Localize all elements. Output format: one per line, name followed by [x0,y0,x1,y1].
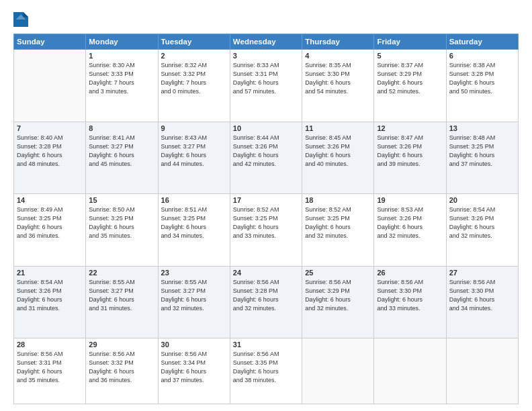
day-info: Sunrise: 8:50 AM Sunset: 3:25 PM Dayligh… [89,205,154,240]
day-info: Sunrise: 8:47 AM Sunset: 3:26 PM Dayligh… [377,134,443,169]
day-number: 13 [449,124,515,132]
day-info: Sunrise: 8:56 AM Sunset: 3:32 PM Dayligh… [89,350,154,385]
calendar-cell: 20Sunrise: 8:54 AM Sunset: 3:26 PM Dayli… [446,194,518,267]
day-info: Sunrise: 8:37 AM Sunset: 3:29 PM Dayligh… [377,61,443,96]
day-info: Sunrise: 8:32 AM Sunset: 3:32 PM Dayligh… [161,61,227,96]
day-number: 30 [161,340,227,349]
day-number: 10 [233,124,299,132]
day-info: Sunrise: 8:56 AM Sunset: 3:28 PM Dayligh… [233,278,299,313]
day-number: 17 [233,196,299,204]
day-number: 14 [17,196,83,204]
day-info: Sunrise: 8:44 AM Sunset: 3:26 PM Dayligh… [233,134,299,169]
calendar-cell: 18Sunrise: 8:52 AM Sunset: 3:25 PM Dayli… [302,194,374,267]
day-info: Sunrise: 8:35 AM Sunset: 3:30 PM Dayligh… [305,61,371,96]
logo [13,12,31,27]
day-info: Sunrise: 8:45 AM Sunset: 3:26 PM Dayligh… [305,134,371,169]
calendar-cell: 7Sunrise: 8:40 AM Sunset: 3:28 PM Daylig… [14,122,86,194]
day-info: Sunrise: 8:40 AM Sunset: 3:28 PM Dayligh… [17,134,83,169]
calendar-cell: 6Sunrise: 8:38 AM Sunset: 3:28 PM Daylig… [446,50,518,122]
calendar-week-row: 21Sunrise: 8:54 AM Sunset: 3:26 PM Dayli… [14,266,519,338]
calendar-cell: 3Sunrise: 8:33 AM Sunset: 3:31 PM Daylig… [230,50,302,122]
weekday-header-sunday: Sunday [14,34,86,50]
calendar-cell: 16Sunrise: 8:51 AM Sunset: 3:25 PM Dayli… [158,194,230,267]
page: SundayMondayTuesdayWednesdayThursdayFrid… [0,0,532,411]
day-info: Sunrise: 8:54 AM Sunset: 3:26 PM Dayligh… [449,205,515,240]
calendar-cell: 25Sunrise: 8:56 AM Sunset: 3:29 PM Dayli… [302,266,374,338]
day-number: 23 [161,269,227,277]
calendar-cell: 2Sunrise: 8:32 AM Sunset: 3:32 PM Daylig… [158,50,230,122]
calendar-cell: 23Sunrise: 8:55 AM Sunset: 3:27 PM Dayli… [158,266,230,338]
calendar-cell: 11Sunrise: 8:45 AM Sunset: 3:26 PM Dayli… [302,122,374,194]
calendar-cell: 4Sunrise: 8:35 AM Sunset: 3:30 PM Daylig… [302,50,374,122]
calendar-cell: 15Sunrise: 8:50 AM Sunset: 3:25 PM Dayli… [86,194,158,267]
day-number: 5 [377,52,443,60]
day-number: 2 [161,52,227,60]
day-number: 24 [233,269,299,277]
calendar-header: SundayMondayTuesdayWednesdayThursdayFrid… [14,34,519,50]
calendar-cell: 9Sunrise: 8:43 AM Sunset: 3:27 PM Daylig… [158,122,230,194]
day-info: Sunrise: 8:33 AM Sunset: 3:31 PM Dayligh… [233,61,299,96]
calendar-cell: 17Sunrise: 8:52 AM Sunset: 3:25 PM Dayli… [230,194,302,267]
weekday-header-monday: Monday [86,34,158,50]
calendar-cell: 29Sunrise: 8:56 AM Sunset: 3:32 PM Dayli… [86,338,158,404]
day-info: Sunrise: 8:55 AM Sunset: 3:27 PM Dayligh… [161,278,227,313]
day-number: 6 [449,52,515,60]
day-info: Sunrise: 8:48 AM Sunset: 3:25 PM Dayligh… [449,134,515,169]
day-info: Sunrise: 8:52 AM Sunset: 3:25 PM Dayligh… [305,205,371,240]
calendar-week-row: 28Sunrise: 8:56 AM Sunset: 3:31 PM Dayli… [14,338,519,404]
day-info: Sunrise: 8:56 AM Sunset: 3:30 PM Dayligh… [449,278,515,313]
calendar-cell [374,338,446,404]
day-number: 29 [89,340,154,349]
calendar-cell [14,50,86,122]
calendar-cell: 21Sunrise: 8:54 AM Sunset: 3:26 PM Dayli… [14,266,86,338]
day-number: 9 [161,124,227,132]
day-number: 7 [17,124,83,132]
day-number: 21 [17,269,83,277]
calendar-cell: 14Sunrise: 8:49 AM Sunset: 3:25 PM Dayli… [14,194,86,267]
day-number: 18 [305,196,371,204]
weekday-header-thursday: Thursday [302,34,374,50]
logo-icon [13,12,28,27]
day-info: Sunrise: 8:54 AM Sunset: 3:26 PM Dayligh… [17,278,83,313]
day-info: Sunrise: 8:55 AM Sunset: 3:27 PM Dayligh… [89,278,154,313]
day-number: 4 [305,52,371,60]
calendar-week-row: 1Sunrise: 8:30 AM Sunset: 3:33 PM Daylig… [14,50,519,122]
day-number: 28 [17,340,83,349]
day-info: Sunrise: 8:38 AM Sunset: 3:28 PM Dayligh… [449,61,515,96]
day-number: 16 [161,196,227,204]
header [13,12,519,27]
day-info: Sunrise: 8:53 AM Sunset: 3:26 PM Dayligh… [377,205,443,240]
day-info: Sunrise: 8:56 AM Sunset: 3:30 PM Dayligh… [377,278,443,313]
calendar-cell [302,338,374,404]
day-number: 19 [377,196,443,204]
weekday-header-saturday: Saturday [446,34,518,50]
calendar-cell: 22Sunrise: 8:55 AM Sunset: 3:27 PM Dayli… [86,266,158,338]
weekday-header-friday: Friday [374,34,446,50]
calendar-week-row: 7Sunrise: 8:40 AM Sunset: 3:28 PM Daylig… [14,122,519,194]
day-info: Sunrise: 8:56 AM Sunset: 3:31 PM Dayligh… [17,350,83,385]
day-number: 8 [89,124,154,132]
day-number: 12 [377,124,443,132]
day-info: Sunrise: 8:51 AM Sunset: 3:25 PM Dayligh… [161,205,227,240]
day-number: 26 [377,269,443,277]
calendar-cell: 26Sunrise: 8:56 AM Sunset: 3:30 PM Dayli… [374,266,446,338]
calendar-cell: 24Sunrise: 8:56 AM Sunset: 3:28 PM Dayli… [230,266,302,338]
day-info: Sunrise: 8:43 AM Sunset: 3:27 PM Dayligh… [161,134,227,169]
day-number: 25 [305,269,371,277]
day-number: 1 [89,52,154,60]
day-number: 3 [233,52,299,60]
day-number: 22 [89,269,154,277]
day-info: Sunrise: 8:30 AM Sunset: 3:33 PM Dayligh… [89,61,154,96]
calendar-cell: 10Sunrise: 8:44 AM Sunset: 3:26 PM Dayli… [230,122,302,194]
day-info: Sunrise: 8:56 AM Sunset: 3:35 PM Dayligh… [233,350,299,385]
calendar-cell: 19Sunrise: 8:53 AM Sunset: 3:26 PM Dayli… [374,194,446,267]
day-info: Sunrise: 8:56 AM Sunset: 3:29 PM Dayligh… [305,278,371,313]
day-info: Sunrise: 8:52 AM Sunset: 3:25 PM Dayligh… [233,205,299,240]
calendar-cell: 31Sunrise: 8:56 AM Sunset: 3:35 PM Dayli… [230,338,302,404]
weekday-header-wednesday: Wednesday [230,34,302,50]
day-number: 15 [89,196,154,204]
day-info: Sunrise: 8:41 AM Sunset: 3:27 PM Dayligh… [89,134,154,169]
calendar-cell: 1Sunrise: 8:30 AM Sunset: 3:33 PM Daylig… [86,50,158,122]
calendar-cell: 30Sunrise: 8:56 AM Sunset: 3:34 PM Dayli… [158,338,230,404]
calendar-cell: 8Sunrise: 8:41 AM Sunset: 3:27 PM Daylig… [86,122,158,194]
